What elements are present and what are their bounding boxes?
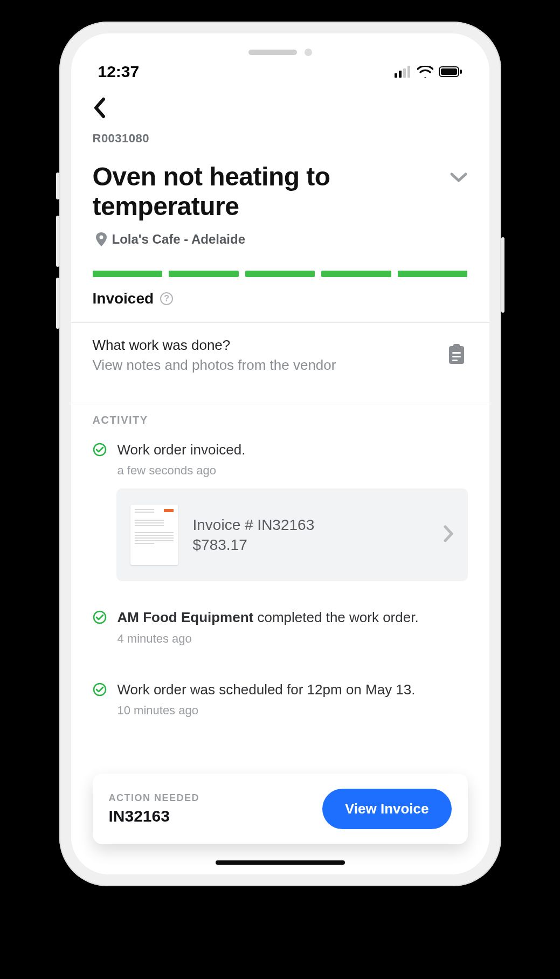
- activity-text: AM Food Equipment completed the work ord…: [117, 608, 419, 627]
- phone-side-button: [501, 237, 504, 313]
- phone-side-button: [56, 173, 59, 199]
- status-time: 12:37: [98, 63, 140, 81]
- phone-side-button: [56, 278, 59, 329]
- front-camera: [305, 49, 312, 56]
- progress-segment: [169, 271, 239, 277]
- svg-rect-12: [452, 360, 458, 361]
- wifi-icon: [417, 66, 433, 78]
- work-summary-row[interactable]: What work was done? View notes and photo…: [93, 323, 468, 388]
- check-circle-icon: [93, 443, 107, 457]
- work-summary-subtitle: View notes and photos from the vendor: [93, 357, 336, 374]
- activity-section-label: ACTIVITY: [93, 414, 468, 426]
- work-order-title: Oven not heating to temperature: [93, 162, 439, 221]
- chevron-left-icon: [93, 97, 107, 119]
- work-summary-title: What work was done?: [93, 337, 336, 354]
- progress-bar: [93, 271, 468, 277]
- invoice-thumbnail-icon: [130, 505, 178, 565]
- svg-rect-9: [453, 344, 460, 349]
- progress-segment: [245, 271, 315, 277]
- status-indicators: [395, 66, 462, 78]
- phone-frame: 12:37: [59, 22, 501, 886]
- svg-rect-2: [403, 68, 406, 78]
- progress-segment: [93, 271, 163, 277]
- action-label: ACTION NEEDED: [109, 792, 200, 804]
- chevron-right-icon: [443, 525, 454, 543]
- svg-point-15: [94, 684, 106, 695]
- check-circle-icon: [93, 610, 107, 624]
- activity-item: Work order invoiced. a few seconds ago: [93, 440, 468, 478]
- home-indicator[interactable]: [216, 860, 345, 865]
- phone-side-button: [56, 216, 59, 267]
- clipboard-icon: [447, 343, 466, 365]
- invoice-amount: $783.17: [193, 535, 428, 555]
- invoice-number: Invoice # IN32163: [193, 515, 428, 535]
- status-label: Invoiced: [93, 290, 154, 307]
- expand-title-button[interactable]: [450, 162, 468, 185]
- svg-rect-3: [407, 66, 410, 78]
- activity-text: Work order invoiced.: [117, 440, 246, 459]
- invoice-card[interactable]: Invoice # IN32163 $783.17: [116, 488, 468, 581]
- status-bar: 12:37: [71, 56, 489, 85]
- activity-time: 10 minutes ago: [117, 704, 416, 718]
- svg-rect-5: [441, 68, 457, 75]
- location-row: Lola's Cafe - Adelaide: [93, 232, 468, 247]
- phone-screen: 12:37: [71, 33, 489, 874]
- cellular-icon: [395, 66, 412, 78]
- svg-point-14: [94, 611, 106, 623]
- svg-point-7: [99, 236, 103, 239]
- help-icon[interactable]: ?: [160, 292, 173, 305]
- view-invoice-button[interactable]: View Invoice: [322, 789, 452, 829]
- speaker-slot: [248, 50, 297, 55]
- phone-notch: [71, 33, 489, 56]
- activity-time: a few seconds ago: [117, 464, 246, 478]
- back-button[interactable]: [93, 85, 468, 132]
- svg-rect-11: [452, 356, 461, 357]
- svg-rect-1: [399, 71, 402, 78]
- svg-rect-0: [395, 73, 397, 78]
- activity-item: AM Food Equipment completed the work ord…: [93, 608, 468, 645]
- battery-icon: [439, 66, 462, 78]
- activity-text: Work order was scheduled for 12pm on May…: [117, 680, 416, 699]
- activity-item: Work order was scheduled for 12pm on May…: [93, 680, 468, 718]
- svg-point-13: [94, 444, 106, 456]
- progress-segment: [398, 271, 468, 277]
- check-circle-icon: [93, 682, 107, 697]
- svg-rect-6: [460, 70, 462, 74]
- order-id: R0031080: [93, 132, 468, 146]
- svg-rect-10: [452, 352, 461, 354]
- progress-segment: [321, 271, 391, 277]
- action-value: IN32163: [109, 807, 200, 825]
- action-needed-card: ACTION NEEDED IN32163 View Invoice: [93, 774, 468, 844]
- divider: [71, 403, 489, 403]
- chevron-down-icon: [450, 171, 468, 183]
- location-text: Lola's Cafe - Adelaide: [112, 232, 246, 247]
- pin-icon: [96, 232, 107, 246]
- activity-time: 4 minutes ago: [117, 632, 419, 646]
